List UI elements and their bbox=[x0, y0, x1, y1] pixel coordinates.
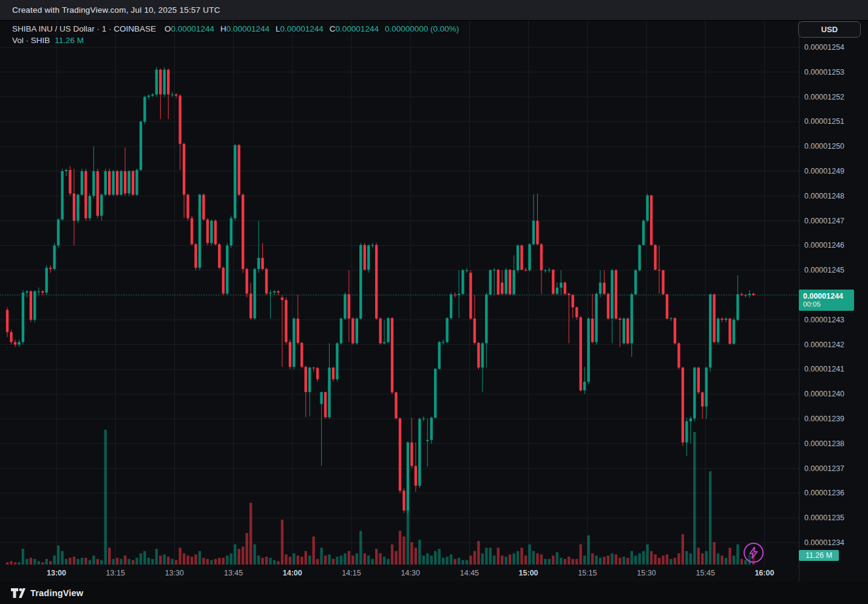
candle-body[interactable] bbox=[591, 319, 594, 342]
candle-body[interactable] bbox=[289, 342, 291, 367]
candle-body[interactable] bbox=[399, 418, 401, 490]
brand-name[interactable]: TradingView bbox=[30, 588, 83, 598]
candle-body[interactable] bbox=[725, 319, 727, 320]
candle-body[interactable] bbox=[721, 319, 723, 320]
candle-body[interactable] bbox=[6, 310, 8, 332]
candle-body[interactable] bbox=[450, 294, 452, 318]
candle-body[interactable] bbox=[571, 295, 574, 307]
candle-body[interactable] bbox=[73, 194, 75, 221]
candle-body[interactable] bbox=[548, 270, 551, 270]
candle-body[interactable] bbox=[599, 283, 602, 294]
candle-body[interactable] bbox=[57, 220, 59, 246]
candle-body[interactable] bbox=[631, 294, 633, 344]
candle-body[interactable] bbox=[387, 318, 389, 342]
candle-body[interactable] bbox=[544, 270, 546, 271]
candle-body[interactable] bbox=[623, 319, 625, 344]
candle-body[interactable] bbox=[97, 171, 99, 215]
candle-body[interactable] bbox=[501, 283, 503, 294]
candle-body[interactable] bbox=[670, 318, 672, 319]
candle-body[interactable] bbox=[364, 245, 366, 270]
candle-body[interactable] bbox=[116, 171, 118, 195]
candle-body[interactable] bbox=[53, 245, 55, 269]
candle-body[interactable] bbox=[127, 171, 130, 194]
candle-body[interactable] bbox=[402, 490, 405, 511]
candle-body[interactable] bbox=[340, 319, 342, 344]
candle-body[interactable] bbox=[654, 245, 656, 270]
candle-body[interactable] bbox=[143, 97, 146, 122]
candle-body[interactable] bbox=[147, 96, 150, 97]
candle-body[interactable] bbox=[434, 369, 436, 418]
candle-body[interactable] bbox=[638, 245, 640, 271]
candle-body[interactable] bbox=[218, 244, 220, 268]
candle-body[interactable] bbox=[497, 270, 500, 294]
candle-body[interactable] bbox=[367, 245, 370, 270]
candle-body[interactable] bbox=[520, 245, 523, 270]
candle-body[interactable] bbox=[646, 195, 648, 221]
candle-body[interactable] bbox=[245, 269, 248, 293]
candle-body[interactable] bbox=[556, 288, 558, 294]
candle-body[interactable] bbox=[277, 291, 279, 293]
candle-body[interactable] bbox=[587, 319, 589, 382]
candle-body[interactable] bbox=[583, 382, 586, 390]
candle-body[interactable] bbox=[736, 294, 739, 320]
candle-body[interactable] bbox=[214, 221, 217, 245]
lightning-bolt-icon[interactable] bbox=[744, 543, 764, 563]
candle-body[interactable] bbox=[261, 258, 263, 269]
candle-body[interactable] bbox=[540, 244, 543, 270]
symbol-title[interactable]: SHIBA INU / US Dollar · 1 · COINBASE bbox=[12, 24, 156, 33]
candle-body[interactable] bbox=[461, 270, 464, 294]
candle-body[interactable] bbox=[453, 294, 456, 295]
candle-body[interactable] bbox=[171, 95, 174, 95]
candle-body[interactable] bbox=[410, 443, 413, 466]
candle-body[interactable] bbox=[697, 368, 700, 393]
candle-body[interactable] bbox=[226, 245, 228, 293]
candle-body[interactable] bbox=[512, 270, 515, 294]
candle-body[interactable] bbox=[194, 244, 197, 268]
candle-body[interactable] bbox=[249, 294, 252, 319]
candle-body[interactable] bbox=[281, 297, 283, 300]
candle-body[interactable] bbox=[415, 466, 417, 486]
candle-body[interactable] bbox=[300, 343, 303, 367]
candlestick-chart-canvas[interactable] bbox=[0, 0, 868, 604]
candle-body[interactable] bbox=[316, 368, 319, 379]
candle-body[interactable] bbox=[198, 195, 201, 268]
candle-body[interactable] bbox=[257, 258, 260, 269]
candle-body[interactable] bbox=[155, 70, 158, 95]
candle-body[interactable] bbox=[348, 294, 350, 319]
candle-body[interactable] bbox=[658, 270, 660, 270]
candle-body[interactable] bbox=[25, 291, 28, 293]
candle-body[interactable] bbox=[18, 342, 20, 345]
candle-body[interactable] bbox=[666, 294, 668, 319]
candle-body[interactable] bbox=[615, 270, 617, 319]
candle-body[interactable] bbox=[69, 170, 71, 194]
candle-body[interactable] bbox=[81, 171, 83, 195]
candle-body[interactable] bbox=[108, 171, 110, 195]
candle-body[interactable] bbox=[61, 171, 63, 220]
candle-body[interactable] bbox=[395, 392, 397, 418]
candle-body[interactable] bbox=[469, 273, 472, 318]
candle-body[interactable] bbox=[481, 344, 484, 368]
candle-body[interactable] bbox=[744, 295, 747, 296]
candle-body[interactable] bbox=[46, 268, 48, 293]
candle-body[interactable] bbox=[407, 443, 409, 511]
candle-body[interactable] bbox=[379, 319, 381, 344]
candle-body[interactable] bbox=[603, 283, 605, 294]
candle-body[interactable] bbox=[10, 332, 12, 342]
candle-body[interactable] bbox=[619, 319, 621, 320]
candle-body[interactable] bbox=[320, 392, 322, 404]
candle-body[interactable] bbox=[430, 418, 433, 440]
candle-body[interactable] bbox=[685, 421, 688, 443]
candle-body[interactable] bbox=[132, 171, 134, 195]
candle-body[interactable] bbox=[242, 195, 244, 269]
candle-body[interactable] bbox=[89, 196, 91, 219]
candle-body[interactable] bbox=[222, 268, 225, 293]
candle-body[interactable] bbox=[293, 319, 295, 367]
candle-body[interactable] bbox=[344, 294, 346, 319]
candle-body[interactable] bbox=[163, 70, 166, 95]
candle-body[interactable] bbox=[473, 319, 476, 343]
candle-body[interactable] bbox=[151, 95, 154, 96]
candle-body[interactable] bbox=[332, 368, 334, 379]
candle-body[interactable] bbox=[693, 368, 696, 419]
currency-toggle-button[interactable]: USD bbox=[798, 21, 861, 38]
candle-body[interactable] bbox=[202, 195, 205, 220]
